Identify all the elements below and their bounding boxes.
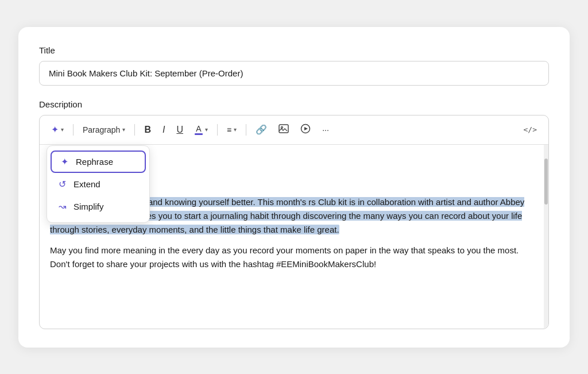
link-icon: 🔗 — [256, 124, 267, 135]
media-icon — [300, 124, 311, 136]
image-button[interactable] — [274, 120, 293, 140]
editor-wrapper: ✦ ▾ Paragraph ▾ B I U — [39, 115, 549, 329]
toolbar-divider-4 — [246, 124, 246, 136]
bold-label: B — [144, 125, 151, 135]
font-color-label: A — [196, 124, 201, 133]
align-button[interactable]: ≡ ▾ — [222, 122, 241, 138]
toolbar-divider-3 — [217, 124, 218, 136]
align-chevron-icon: ▾ — [234, 126, 237, 133]
toolbar-divider-1 — [73, 124, 74, 136]
underline-button[interactable]: U — [172, 121, 188, 138]
simplify-icon: ↝ — [56, 201, 68, 212]
ai-button[interactable]: ✦ ▾ — [47, 121, 68, 138]
font-color-button[interactable]: A ▾ — [190, 121, 212, 138]
toolbar: ✦ ▾ Paragraph ▾ B I U — [40, 115, 548, 145]
sparkle-icon: ✦ — [51, 124, 59, 135]
title-input[interactable] — [39, 61, 549, 86]
code-label: </> — [524, 125, 537, 134]
rephrase-label: Rephrase — [76, 157, 113, 167]
underline-label: U — [176, 125, 183, 135]
bold-button[interactable]: B — [140, 121, 156, 138]
paragraph-label: Paragraph — [83, 125, 120, 134]
rephrase-icon: ✦ — [59, 156, 70, 167]
media-button[interactable] — [296, 120, 315, 139]
ai-dropdown-menu: ✦ Rephrase ↺ Extend ↝ Simplify — [47, 145, 150, 223]
paragraph-dropdown[interactable]: Paragraph ▾ — [78, 122, 130, 138]
svg-marker-3 — [304, 127, 308, 130]
italic-button[interactable]: I — [158, 121, 169, 138]
more-button[interactable]: ··· — [318, 122, 334, 138]
ai-chevron-icon: ▾ — [61, 126, 64, 133]
simplify-label: Simplify — [74, 202, 104, 211]
align-label: ≡ — [227, 125, 231, 134]
extend-icon: ↺ — [56, 179, 68, 190]
font-color-bar — [195, 133, 203, 135]
svg-point-1 — [281, 126, 283, 128]
italic-label: I — [163, 125, 165, 135]
code-button[interactable]: </> — [519, 122, 541, 137]
form-card: Title Description ✦ ▾ Paragraph ▾ B — [18, 27, 570, 348]
font-color-chevron-icon: ▾ — [205, 126, 208, 133]
font-color-indicator: A — [195, 124, 203, 135]
svg-rect-0 — [279, 125, 288, 133]
more-icon: ··· — [322, 125, 329, 134]
extend-label: Extend — [74, 179, 100, 189]
dropdown-item-rephrase[interactable]: ✦ Rephrase — [51, 151, 146, 173]
dropdown-item-simplify[interactable]: ↝ Simplify — [47, 195, 149, 218]
editor-paragraph-2: May you find more meaning in the every d… — [50, 244, 533, 271]
scrollbar[interactable] — [544, 145, 548, 329]
paragraph-chevron-icon: ▾ — [122, 126, 125, 133]
title-label: Title — [39, 45, 549, 55]
scrollbar-thumb — [544, 159, 548, 205]
description-label: Description — [39, 99, 549, 109]
dropdown-item-extend[interactable]: ↺ Extend — [47, 173, 149, 195]
image-icon — [278, 124, 289, 136]
link-button[interactable]: 🔗 — [251, 121, 272, 138]
toolbar-divider-2 — [134, 124, 135, 136]
